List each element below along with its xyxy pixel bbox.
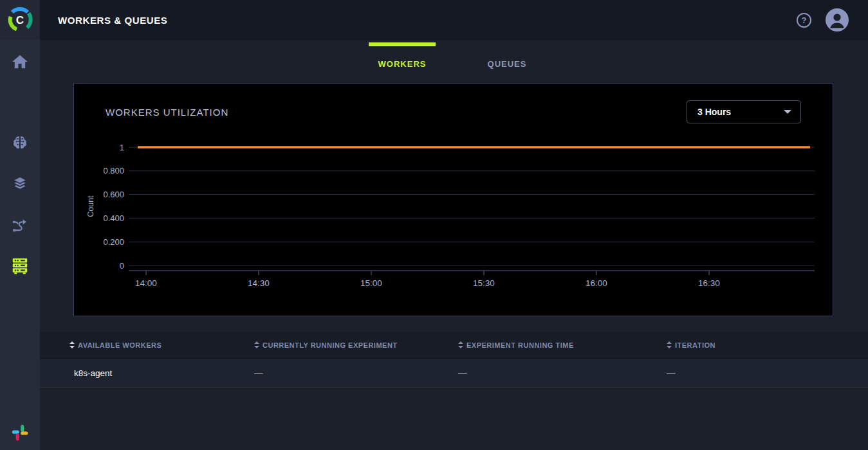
svg-text:16:30: 16:30	[698, 278, 720, 288]
workers-table-header: AVAILABLE WORKERS CURRENTLY RUNNING EXPE…	[40, 332, 868, 359]
svg-text:C: C	[16, 14, 24, 26]
svg-text:15:30: 15:30	[473, 278, 495, 288]
datasets-layers-icon	[11, 175, 29, 193]
svg-text:1: 1	[120, 143, 124, 152]
chevron-down-icon	[784, 110, 791, 114]
home-icon	[12, 53, 28, 70]
user-icon	[826, 8, 849, 32]
svg-text:14:30: 14:30	[248, 278, 270, 288]
svg-text:14:00: 14:00	[135, 278, 157, 288]
slack-icon	[11, 424, 29, 442]
active-tab-indicator	[369, 42, 436, 46]
svg-text:0.800: 0.800	[103, 166, 124, 176]
sidebar-item-workers-queues[interactable]	[0, 250, 40, 281]
time-range-select[interactable]: 3 Hours	[687, 100, 801, 123]
help-icon-glyph: ?	[802, 15, 807, 25]
sidebar-item-projects[interactable]	[0, 127, 40, 158]
column-header-currently-running-experiment[interactable]: CURRENTLY RUNNING EXPERIMENT	[254, 341, 458, 349]
clearml-logo[interactable]: C	[0, 0, 40, 40]
top-bar: C WORKERS & QUEUES ?	[0, 0, 868, 40]
column-label: CURRENTLY RUNNING EXPERIMENT	[263, 341, 398, 349]
svg-text:0.400: 0.400	[103, 213, 124, 223]
projects-brain-icon	[11, 134, 29, 151]
column-label: AVAILABLE WORKERS	[78, 341, 162, 349]
column-header-experiment-running-time[interactable]: EXPERIMENT RUNNING TIME	[458, 341, 667, 349]
sidebar-item-home[interactable]	[0, 46, 40, 77]
column-label: EXPERIMENT RUNNING TIME	[466, 341, 574, 349]
workers-utilization-panel: 00.2000.4000.6000.8001Count14:0014:3015:…	[73, 83, 833, 316]
worker-name-cell: k8s-agent	[69, 368, 254, 378]
column-header-available-workers[interactable]: AVAILABLE WORKERS	[69, 341, 254, 349]
user-avatar[interactable]	[826, 8, 849, 32]
tab-queues[interactable]: QUEUES	[467, 57, 547, 71]
workers-table: AVAILABLE WORKERS CURRENTLY RUNNING EXPE…	[40, 332, 868, 388]
svg-text:Count: Count	[86, 195, 95, 217]
svg-text:16:00: 16:00	[586, 278, 607, 288]
svg-text:0.200: 0.200	[103, 237, 124, 247]
panel-title: WORKERS UTILIZATION	[106, 107, 228, 118]
svg-text:15:00: 15:00	[360, 278, 382, 288]
column-label: ITERATION	[675, 341, 716, 349]
time-range-value: 3 Hours	[697, 107, 731, 117]
main-content: WORKERS QUEUES 00.2000.4000.6000.8001Cou…	[40, 40, 868, 450]
tab-workers[interactable]: WORKERS	[369, 57, 436, 71]
svg-text:0: 0	[120, 261, 124, 271]
sidebar-item-pipelines[interactable]	[0, 210, 40, 240]
clearml-logo-icon: C	[6, 6, 34, 34]
workers-queues-icon	[10, 256, 30, 275]
sort-icon	[254, 341, 259, 348]
table-row[interactable]: k8s-agent — — —	[40, 359, 868, 388]
sidebar-item-datasets[interactable]	[0, 168, 40, 199]
tab-queues-label: QUEUES	[488, 59, 527, 69]
help-icon[interactable]: ?	[797, 13, 811, 28]
page-title: WORKERS & QUEUES	[58, 15, 167, 26]
sort-icon	[69, 341, 75, 348]
sidebar	[0, 40, 40, 450]
column-header-iteration[interactable]: ITERATION	[667, 341, 868, 349]
sidebar-item-slack[interactable]	[0, 417, 40, 448]
running-time-cell: —	[458, 368, 667, 378]
sort-icon	[458, 341, 463, 348]
iteration-cell: —	[667, 368, 868, 378]
tab-workers-label: WORKERS	[378, 59, 427, 69]
svg-text:0.600: 0.600	[103, 190, 124, 199]
running-experiment-cell: —	[254, 368, 458, 378]
pipelines-icon	[11, 216, 29, 234]
sort-icon	[667, 341, 672, 348]
